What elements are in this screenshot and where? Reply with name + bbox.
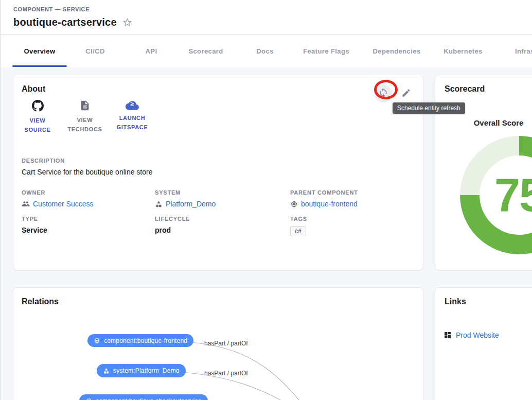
description-label: DESCRIPTION — [22, 158, 152, 164]
tab-api[interactable]: API — [146, 34, 157, 67]
launch-gitspace-button[interactable]: ≥ LAUNCH GITSPACE — [112, 100, 152, 134]
refresh-button[interactable] — [375, 85, 392, 102]
lifecycle-label: LIFECYCLE — [155, 216, 190, 222]
parent-component-link[interactable]: boutique-frontend — [290, 200, 358, 208]
techdocs-icon — [79, 100, 91, 113]
parent-component-label: PARENT COMPONENT — [290, 189, 358, 196]
relation-node-label: system:Platform_Demo — [113, 367, 180, 374]
tooltip: Schedule entity refresh — [393, 102, 465, 114]
dashboard-icon — [444, 331, 452, 339]
about-card: About VIEW SOURCE — [13, 75, 423, 270]
prod-website-label: Prod Website — [456, 331, 499, 339]
owner-link[interactable]: Customer Success — [22, 200, 93, 208]
component-chip-icon — [85, 397, 92, 400]
relation-node-label: component:boutique-frontend — [104, 337, 187, 344]
scorecard-card-title: Scorecard — [445, 84, 485, 94]
about-card-title: About — [22, 84, 45, 94]
component-chip-icon — [94, 337, 100, 344]
overall-score-label: Overall Score — [439, 118, 532, 127]
tab-overview[interactable]: Overview — [24, 34, 55, 67]
description-value: Cart Service for the boutique online sto… — [22, 168, 152, 176]
type-label: TYPE — [22, 216, 47, 222]
lifecycle-field: LIFECYCLE prod — [155, 216, 190, 234]
system-icon — [155, 200, 163, 208]
tab-bar: OverviewCI/CDAPIScorecardDocsFeature Fla… — [1, 34, 532, 67]
tab-infrastructure[interactable]: Infrastructure — [515, 34, 532, 67]
entity-page: COMPONENT — SERVICE boutique-cartservice… — [0, 0, 532, 400]
breadcrumb: COMPONENT — SERVICE — [13, 6, 90, 12]
system-link[interactable]: Platform_Demo — [155, 200, 216, 208]
links-card: Links Prod Website — [435, 287, 532, 400]
tab-kubernetes[interactable]: Kubernetes — [444, 34, 483, 67]
lifecycle-value: prod — [155, 226, 190, 234]
tags-field: TAGS c# — [290, 216, 307, 236]
group-icon — [22, 200, 30, 208]
tab-scorecard[interactable]: Scorecard — [188, 34, 223, 67]
tab-docs[interactable]: Docs — [256, 34, 273, 67]
tag-chip[interactable]: c# — [290, 226, 306, 236]
relations-card: Relations hasPart / partOf hasPart / par… — [13, 287, 423, 400]
edge-label: hasPart / partOf — [204, 340, 248, 347]
about-actions: VIEW SOURCE VIEW TECHDOCS ≥ LAUNCH GITSP… — [17, 100, 152, 134]
gitspace-cloud-icon: ≥ — [126, 100, 139, 111]
links-card-title: Links — [445, 297, 466, 306]
view-techdocs-label: VIEW TECHDOCS — [65, 116, 105, 134]
refresh-icon — [378, 88, 388, 100]
owner-field: OWNER Customer Success — [22, 189, 93, 208]
edit-button[interactable] — [397, 85, 415, 102]
view-techdocs-button[interactable]: VIEW TECHDOCS — [65, 100, 105, 134]
relation-node-boutique-frontend[interactable]: component:boutique-frontend — [87, 334, 193, 347]
prod-website-link[interactable]: Prod Website — [444, 331, 499, 339]
tab-ci-cd[interactable]: CI/CD — [85, 34, 104, 67]
type-value: Service — [22, 226, 47, 234]
tab-dependencies[interactable]: Dependencies — [373, 34, 421, 67]
score-gauge: 75 — [460, 136, 532, 254]
score-value: 75 — [494, 169, 532, 222]
relation-node-platform-demo[interactable]: system:Platform_Demo — [97, 364, 186, 377]
type-field: TYPE Service — [22, 216, 47, 234]
owner-label: OWNER — [22, 189, 93, 196]
page-title: boutique-cartservice — [13, 16, 117, 28]
component-chip-icon — [290, 200, 298, 208]
parent-component-field: PARENT COMPONENT boutique-frontend — [290, 189, 358, 208]
github-icon — [32, 100, 44, 114]
system-label: SYSTEM — [155, 189, 216, 196]
description-field: DESCRIPTION Cart Service for the boutiqu… — [22, 158, 152, 176]
parent-component-value: boutique-frontend — [301, 200, 358, 208]
relation-node-label: component:boutique-checkoutservice — [96, 397, 202, 400]
launch-gitspace-label: LAUNCH GITSPACE — [112, 114, 152, 132]
system-value: Platform_Demo — [166, 200, 216, 208]
tab-feature-flags[interactable]: Feature Flags — [303, 34, 349, 67]
view-source-button[interactable]: VIEW SOURCE — [17, 100, 58, 134]
owner-value: Customer Success — [33, 200, 93, 208]
tags-label: TAGS — [290, 216, 307, 222]
relation-node-boutique-checkoutservice[interactable]: component:boutique-checkoutservice — [79, 394, 208, 400]
pencil-icon — [401, 88, 411, 100]
edge-label: hasPart / partOf — [204, 370, 248, 377]
favorite-star-icon[interactable] — [122, 17, 133, 28]
page-header: COMPONENT — SERVICE boutique-cartservice — [1, 0, 532, 34]
system-icon — [103, 368, 110, 374]
view-source-label: VIEW SOURCE — [17, 116, 58, 134]
system-field: SYSTEM Platform_Demo — [155, 189, 216, 208]
